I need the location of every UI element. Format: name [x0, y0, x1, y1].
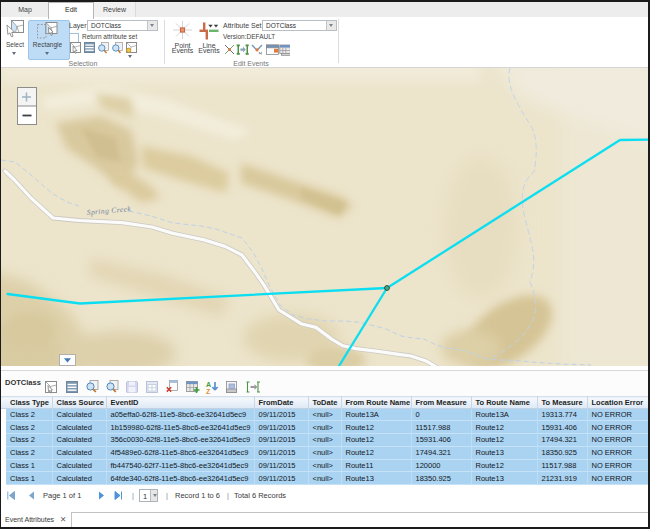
svg-text:A: A: [206, 381, 211, 388]
svg-text:Z: Z: [206, 388, 211, 395]
